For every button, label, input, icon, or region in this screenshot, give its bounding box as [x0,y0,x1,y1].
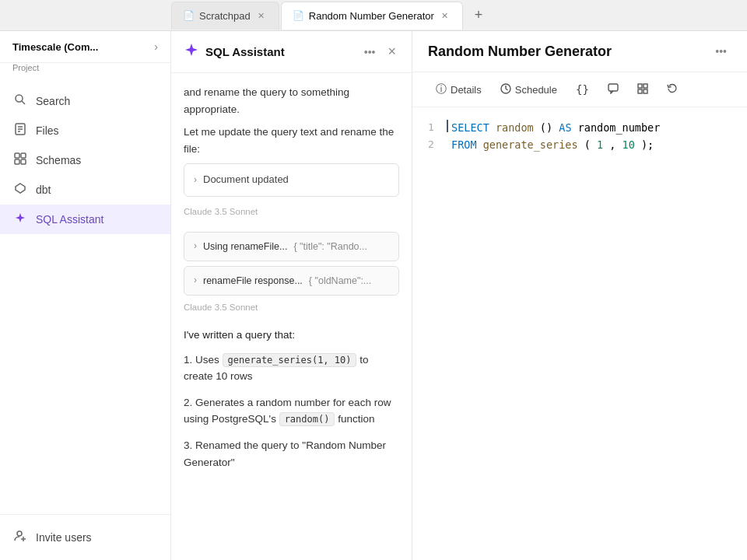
sidebar: Timescale (Com... › Project Search [0,31,171,560]
item-3-text: 3. Renamed the query to "Random Number G… [184,439,386,468]
sidebar-item-dbt-label: dbt [36,184,51,196]
tab-bar: 📄 Scratchpad ✕ 📄 Random Number Generator… [0,0,747,31]
alias: random_number [578,121,661,134]
project-name: Timescale (Com... [12,41,98,53]
message-update-text: Let me update the query text and rename … [184,124,399,157]
editor-header: Random Number Generator ••• [412,31,747,72]
toolbar-braces[interactable]: {} [568,79,597,100]
message-intro: and rename the query to something approp… [184,84,399,219]
fn-random: random [496,121,534,134]
svg-point-0 [16,95,23,102]
line-number-2: 2 [428,137,447,153]
toolbar-grid[interactable] [630,79,656,100]
search-icon [12,93,28,109]
toolbar-details[interactable]: ⓘ Details [428,79,489,100]
tab-rng-close[interactable]: ✕ [439,9,451,22]
assistant-more-button[interactable]: ••• [361,44,379,60]
line-cursor-1 [447,120,448,132]
written-list-item-3: 3. Renamed the query to "Random Number G… [184,437,399,471]
sidebar-chevron-icon[interactable]: › [154,40,158,53]
schedule-icon [500,83,511,96]
sidebar-item-sql-assistant[interactable]: SQL Assistant [0,205,170,234]
model-label-2: Claude 3.5 Sonnet [184,300,399,314]
tab-add-button[interactable]: + [468,5,489,26]
doc-updated-label: Document updated [203,172,289,188]
sidebar-item-files-label: Files [36,124,59,137]
history-icon [667,83,678,96]
paren-3: ); [641,138,654,151]
paren-1: () [540,121,552,134]
message-tool-calls: › Using renameFile... { "title": "Rando.… [184,232,399,314]
schedule-label: Schedule [515,84,557,96]
item-1-code: generate_series(1, 10) [223,353,357,367]
written-list-item-1: 1. Uses generate_series(1, 10) to create… [184,352,399,385]
sidebar-item-search[interactable]: Search [0,86,170,116]
sidebar-item-invite-users[interactable]: Invite users [0,523,170,552]
assistant-header-actions: ••• × [361,42,399,61]
code-line-2-content: FROM generate_series ( 1 , 10 ); [451,137,654,154]
doc-updated-box[interactable]: › Document updated [184,163,399,197]
assistant-sparkle-icon [184,42,199,61]
sidebar-bottom: Invite users [0,514,170,560]
written-list: 1. Uses generate_series(1, 10) to create… [184,352,399,471]
item-1-prefix: 1. Uses [184,354,223,366]
details-icon: ⓘ [436,82,447,96]
sidebar-item-files[interactable]: Files [0,116,170,145]
svg-rect-19 [644,89,647,93]
project-subtitle: Project [0,63,170,80]
assistant-close-button[interactable]: × [384,42,399,61]
code-line-2: 2 FROM generate_series ( 1 , 10 ); [428,137,731,154]
main-layout: Timescale (Com... › Project Search [0,31,747,560]
braces-label: {} [576,83,589,96]
svg-marker-10 [16,184,25,193]
files-icon [12,123,28,138]
item-2-code: random() [279,412,335,426]
editor-code-area[interactable]: 1 SELECT random () AS random_number 2 [412,107,747,560]
tab-random-number-generator[interactable]: 📄 Random Number Generator ✕ [281,2,463,30]
sidebar-item-schemas[interactable]: Schemas [0,145,170,175]
tab-scratchpad[interactable]: 📄 Scratchpad ✕ [171,2,279,30]
assistant-header: SQL Assistant ••• × [171,31,412,73]
message-intro-text: and rename the query to something approp… [184,84,399,117]
kw-from: FROM [451,138,477,151]
code-line-1: 1 SELECT random () AS random_number [428,120,731,137]
sidebar-item-sql-assistant-label: SQL Assistant [36,213,103,226]
sidebar-header[interactable]: Timescale (Com... › [0,31,170,63]
assistant-title: SQL Assistant [205,45,285,58]
tool-call-rename-response[interactable]: › renameFile response... { "oldName":... [184,266,399,296]
invite-users-icon [12,530,28,545]
svg-rect-8 [15,159,19,164]
tab-scratchpad-close[interactable]: ✕ [255,9,268,22]
tool-call-1-chevron-icon: › [194,239,197,254]
sidebar-item-schemas-label: Schemas [36,154,81,166]
tab-rng-icon: 📄 [293,10,304,21]
tab-scratchpad-label: Scratchpad [199,10,251,22]
tool-call-1-name: Using renameFile... [203,239,287,254]
code-line-1-content: SELECT random () AS random_number [451,120,660,137]
comment-icon [608,83,619,96]
written-block: I've written a query that: 1. Uses gener… [184,327,399,471]
tab-rng-label: Random Number Generator [309,10,434,22]
grid-icon [637,83,648,96]
svg-rect-16 [638,84,642,88]
comma: , [609,138,622,151]
tool-call-rename-file[interactable]: › Using renameFile... { "title": "Rando.… [184,232,399,261]
code-editor: 1 SELECT random () AS random_number 2 [428,120,731,153]
editor-title: Random Number Generator [428,44,612,60]
sql-assistant-icon [12,212,28,227]
svg-rect-7 [21,153,26,158]
sidebar-item-dbt[interactable]: dbt [0,175,170,205]
assistant-title-row: SQL Assistant [184,42,285,61]
sidebar-item-invite-users-label: Invite users [36,531,92,544]
toolbar-comment[interactable] [600,79,626,100]
toolbar-schedule[interactable]: Schedule [493,79,565,100]
kw-as: AS [559,121,571,134]
editor-more-button[interactable]: ••• [710,42,731,61]
toolbar-history[interactable] [659,79,686,100]
editor-panel: Random Number Generator ••• ⓘ Details Sc… [412,31,747,560]
schemas-icon [12,152,28,168]
line-number-1: 1 [428,120,447,136]
tool-call-1-arg: { "title": "Rando... [293,239,367,254]
svg-rect-17 [644,84,647,88]
svg-rect-18 [638,89,642,93]
